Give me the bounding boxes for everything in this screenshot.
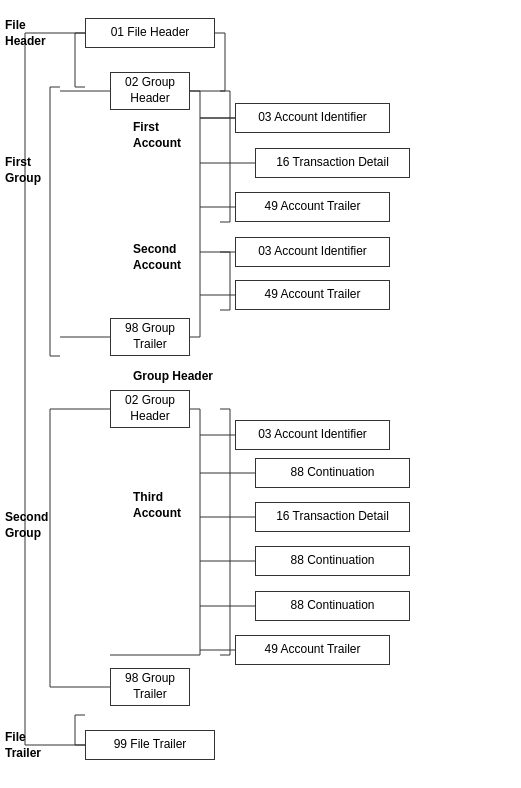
second-group-label: SecondGroup <box>5 510 50 541</box>
txn1-detail-box: 16 Transaction Detail <box>255 148 410 178</box>
cont1-box: 88 Continuation <box>255 458 410 488</box>
group2-trailer-box: 98 GroupTrailer <box>110 668 190 706</box>
acct2-trailer-box: 49 Account Trailer <box>235 280 390 310</box>
acct3-trailer-box: 49 Account Trailer <box>235 635 390 665</box>
diagram: 01 File Header 02 GroupHeader 03 Account… <box>0 0 521 20</box>
acct2-id-box: 03 Account Identifier <box>235 237 390 267</box>
second-account-label: SecondAccount <box>133 242 198 273</box>
file-trailer-label: FileTrailer <box>5 730 60 761</box>
group1-trailer-box: 98 GroupTrailer <box>110 318 190 356</box>
acct1-id-box: 03 Account Identifier <box>235 103 390 133</box>
cont2-box: 88 Continuation <box>255 546 410 576</box>
group2-header-box: 02 GroupHeader <box>110 390 190 428</box>
acct1-trailer-box: 49 Account Trailer <box>235 192 390 222</box>
file-header-label: File Header <box>5 18 60 49</box>
cont3-box: 88 Continuation <box>255 591 410 621</box>
txn2-detail-box: 16 Transaction Detail <box>255 502 410 532</box>
third-account-label: ThirdAccount <box>133 490 198 521</box>
first-group-label: FirstGroup <box>5 155 50 186</box>
file-trailer-box: 99 File Trailer <box>85 730 215 760</box>
file-header-box: 01 File Header <box>85 18 215 48</box>
acct3-id-box: 03 Account Identifier <box>235 420 390 450</box>
group1-header-box: 02 GroupHeader <box>110 72 190 110</box>
first-account-label: FirstAccount <box>133 120 198 151</box>
group-header-label: Group Header <box>133 369 213 385</box>
